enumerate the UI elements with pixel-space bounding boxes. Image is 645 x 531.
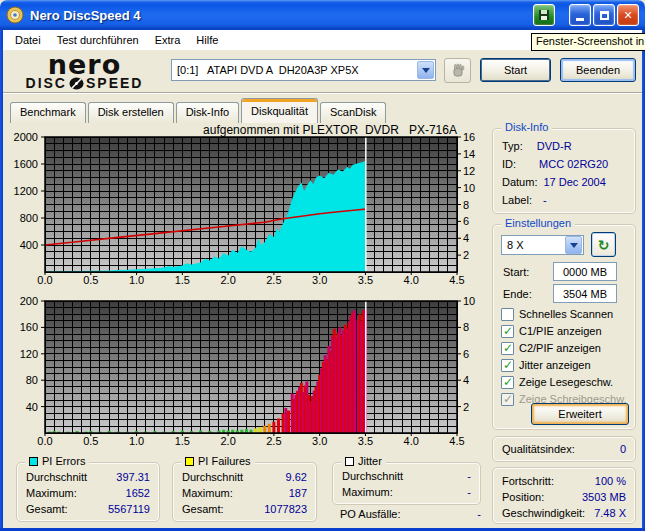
speed-row: Geschwindigkeit: 7.48 X	[502, 507, 626, 519]
svg-text:1.5: 1.5	[175, 435, 190, 447]
advanced-button[interactable]: Erweitert	[531, 403, 629, 425]
disk-label-label: Label:	[502, 194, 532, 206]
tab-bar: Benchmark Disk erstellen Disk-Info Diskq…	[10, 98, 388, 123]
stat-row: Durchschnitt 397.31	[26, 471, 150, 483]
disk-info-title: Disk-Info	[501, 121, 552, 133]
svg-text:1600: 1600	[14, 158, 38, 170]
svg-text:8: 8	[463, 321, 469, 333]
eject-hand-button[interactable]	[444, 58, 471, 83]
svg-text:40: 40	[26, 401, 38, 413]
tab-scandisk[interactable]: ScanDisk	[320, 102, 386, 123]
checkbox-lesegeschw[interactable]: Zeige Lesegeschw.	[501, 375, 613, 389]
pi-failures-title: PI Failures	[181, 455, 255, 467]
stat-value: 9.62	[286, 471, 307, 483]
svg-text:3.0: 3.0	[312, 435, 327, 447]
tab-disk-erstellen[interactable]: Disk erstellen	[88, 102, 174, 123]
svg-text:1.0: 1.0	[129, 435, 144, 447]
svg-text:4.5: 4.5	[449, 435, 464, 447]
logo-disc-icon	[69, 77, 84, 90]
menu-datei[interactable]: Datei	[7, 32, 49, 48]
svg-text:4.0: 4.0	[404, 435, 419, 447]
pi-errors-title-text: PI Errors	[42, 455, 85, 467]
svg-text:6: 6	[463, 215, 469, 227]
checkbox-c2-pif[interactable]: C2/PIF anzeigen	[501, 341, 601, 355]
stat-value: 1077823	[264, 503, 307, 515]
svg-text:14: 14	[463, 148, 475, 160]
title-bar: Nero DiscSpeed 4 ✕	[0, 0, 645, 30]
menu-test-durchfuehren[interactable]: Test durchführen	[49, 32, 147, 48]
stat-value: 397.31	[116, 471, 150, 483]
disk-id-value: MCC 02RG20	[539, 158, 626, 170]
nero-logo-text: nero	[17, 51, 152, 78]
quality-index-value: 0	[620, 443, 626, 455]
tab-benchmark[interactable]: Benchmark	[10, 102, 86, 123]
start-button[interactable]: Start	[480, 58, 551, 82]
disk-label-value: -	[543, 194, 626, 206]
stat-row: Maximum: 187	[182, 487, 307, 499]
stat-label: Maximum:	[26, 487, 77, 499]
checkbox-label: Schnelles Scannen	[519, 308, 613, 320]
svg-text:120: 120	[20, 348, 38, 360]
svg-text:400: 400	[20, 239, 38, 251]
jitter-group: Jitter Durchschnitt - Maximum: -	[332, 462, 481, 505]
svg-text:160: 160	[20, 321, 38, 333]
svg-text:1.0: 1.0	[129, 274, 144, 286]
stat-label: Durchschnitt	[182, 471, 243, 483]
svg-text:2: 2	[463, 401, 469, 413]
stat-label: Gesamt:	[182, 503, 224, 515]
checkbox-icon	[501, 342, 514, 355]
speed-select-arrow[interactable]	[565, 236, 582, 254]
minimize-icon	[576, 18, 584, 21]
svg-text:12: 12	[463, 165, 475, 177]
progress-label: Fortschritt:	[502, 475, 554, 487]
progress-group: Fortschritt: 100 % Position: 3503 MB Ges…	[492, 467, 636, 524]
end-field[interactable]	[553, 284, 617, 303]
drive-select-value: [0:1] ATAPI DVD A DH20A3P XP5X	[172, 64, 417, 76]
svg-text:1200: 1200	[14, 185, 38, 197]
pi-errors-legend-swatch	[29, 457, 38, 466]
menu-extra[interactable]: Extra	[147, 32, 189, 48]
checkbox-label: Zeige Lesegeschw.	[519, 376, 613, 388]
start-field[interactable]	[553, 262, 617, 281]
checkbox-label: C2/PIF anzeigen	[519, 342, 601, 354]
disk-info-row: Typ: DVD-R	[502, 140, 626, 152]
stat-label: Maximum:	[182, 487, 233, 499]
drive-select-arrow[interactable]	[417, 61, 434, 79]
svg-text:2.0: 2.0	[220, 435, 235, 447]
progress-value: 100 %	[595, 475, 626, 487]
refresh-button[interactable]: ↻	[591, 232, 616, 257]
checkbox-icon	[501, 359, 514, 372]
svg-text:3.0: 3.0	[312, 274, 327, 286]
close-button[interactable]: ✕	[617, 4, 639, 26]
disk-datum-value: 17 Dec 2004	[543, 176, 626, 188]
checkbox-schnelles-scannen[interactable]: Schnelles Scannen	[501, 307, 613, 321]
stat-value: -	[467, 470, 471, 482]
minimize-button[interactable]	[569, 4, 591, 26]
stat-row: Gesamt: 1077823	[182, 503, 307, 515]
screenshot-save-button[interactable]	[533, 4, 555, 26]
svg-text:4.0: 4.0	[404, 274, 419, 286]
menu-hilfe[interactable]: Hilfe	[188, 32, 226, 48]
svg-text:2.5: 2.5	[266, 435, 281, 447]
disk-datum-label: Datum:	[502, 176, 537, 188]
position-row: Position: 3503 MB	[502, 491, 626, 503]
po-failures-row: PO Ausfälle: -	[340, 508, 481, 520]
svg-text:4.5: 4.5	[449, 274, 464, 286]
disk-info-row: ID: MCC 02RG20	[502, 158, 626, 170]
disk-typ-value: DVD-R	[537, 140, 626, 152]
svg-text:0.5: 0.5	[83, 274, 98, 286]
quit-button[interactable]: Beenden	[560, 58, 636, 82]
logo-speed-text: SPEED	[86, 76, 143, 90]
checkbox-icon	[501, 376, 514, 389]
tab-disk-info[interactable]: Disk-Info	[176, 102, 239, 123]
pi-errors-chart: 2000160012008004001614121086420.00.51.01…	[8, 124, 490, 294]
toolbar: nero DISC SPEED [0:1] ATAPI DVD A DH20A3…	[3, 50, 642, 93]
speed-select[interactable]: 8 X	[501, 235, 584, 255]
tab-diskqualitaet[interactable]: Diskqualität	[241, 98, 318, 123]
maximize-button[interactable]	[593, 4, 615, 26]
maximize-icon	[600, 11, 609, 20]
checkbox-c1-pie[interactable]: C1/PIE anzeigen	[501, 324, 602, 338]
speed-value: 7.48 X	[594, 507, 626, 519]
drive-select[interactable]: [0:1] ATAPI DVD A DH20A3P XP5X	[171, 59, 436, 81]
checkbox-jitter[interactable]: Jitter anzeigen	[501, 358, 591, 372]
